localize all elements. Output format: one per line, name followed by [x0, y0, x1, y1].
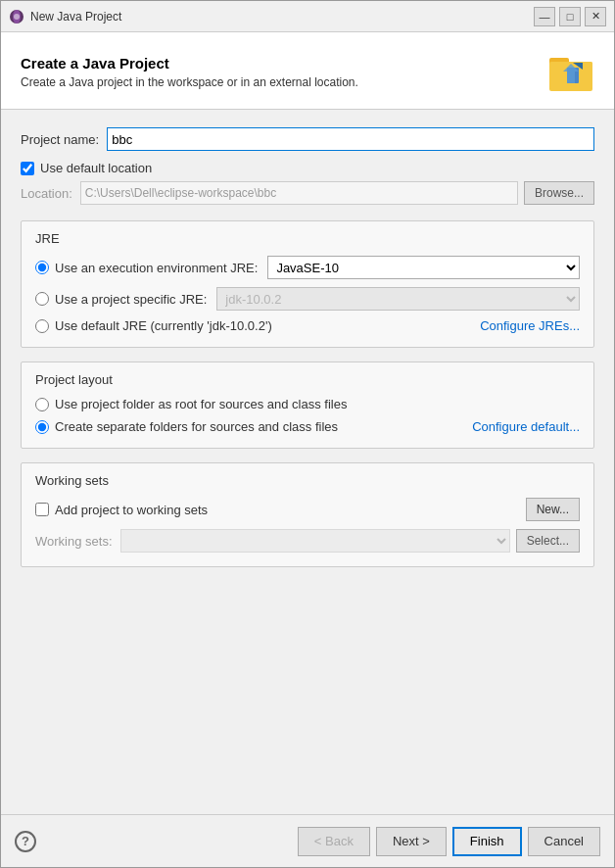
jre-section-title: JRE [35, 231, 580, 246]
svg-point-2 [14, 14, 20, 20]
maximize-button[interactable]: □ [559, 7, 581, 26]
jre-project-specific-radio[interactable] [35, 292, 49, 306]
new-java-project-window: New Java Project — □ ✕ Create a Java Pro… [0, 0, 615, 868]
layout-separate-left: Create separate folders for sources and … [35, 419, 338, 434]
jre-project-select[interactable]: jdk-10.0.2 [216, 287, 580, 311]
close-button[interactable]: ✕ [585, 7, 606, 26]
working-sets-label: Working sets: [35, 534, 113, 549]
use-default-location-label[interactable]: Use default location [40, 161, 152, 175]
next-button[interactable]: Next > [376, 827, 447, 856]
working-sets-select[interactable] [120, 529, 510, 553]
dialog-header: Create a Java Project Create a Java proj… [1, 32, 614, 110]
layout-project-folder-label: Use project folder as root for sources a… [55, 397, 347, 411]
dialog-footer: ? < Back Next > Finish Cancel [1, 814, 614, 867]
dialog-title: Create a Java Project [21, 55, 358, 72]
project-layout-title: Project layout [35, 372, 580, 387]
jre-exec-select-wrapper: JavaSE-10 JavaSE-11 JavaSE-8 [267, 256, 580, 279]
project-name-row: Project name: [21, 127, 594, 151]
project-name-label: Project name: [21, 132, 99, 147]
header-text: Create a Java Project Create a Java proj… [21, 55, 358, 89]
project-name-input[interactable] [107, 127, 594, 151]
new-working-set-button[interactable]: New... [526, 498, 580, 521]
jre-option-2-row: Use a project specific JRE: jdk-10.0.2 [35, 287, 580, 311]
jre-section: JRE Use an execution environment JRE: Ja… [21, 220, 594, 348]
add-to-working-sets-label[interactable]: Add project to working sets [55, 503, 208, 517]
minimize-button[interactable]: — [534, 7, 555, 26]
jre-default-radio[interactable] [35, 319, 49, 333]
working-sets-section: Working sets Add project to working sets… [21, 462, 594, 567]
location-input[interactable] [80, 181, 518, 205]
browse-button[interactable]: Browse... [524, 181, 594, 205]
cancel-button[interactable]: Cancel [528, 827, 600, 856]
jre-default-label: Use default JRE (currently 'jdk-10.0.2') [55, 318, 272, 333]
jre-option-1-row: Use an execution environment JRE: JavaSE… [35, 256, 580, 279]
layout-separate-folders-label: Create separate folders for sources and … [55, 419, 338, 434]
jre-project-select-wrapper: jdk-10.0.2 [216, 287, 580, 311]
eclipse-icon [9, 9, 24, 24]
layout-option-1-row: Use project folder as root for sources a… [35, 397, 580, 411]
configure-jres-link[interactable]: Configure JREs... [480, 318, 580, 333]
footer-buttons: < Back Next > Finish Cancel [298, 827, 600, 856]
project-layout-section: Project layout Use project folder as roo… [21, 362, 594, 449]
layout-option-2-row: Create separate folders for sources and … [35, 419, 580, 434]
help-icon-button[interactable]: ? [15, 831, 36, 852]
title-bar: New Java Project — □ ✕ [1, 1, 614, 32]
jre-exec-select[interactable]: JavaSE-10 JavaSE-11 JavaSE-8 [267, 256, 580, 279]
title-bar-left: New Java Project [9, 9, 121, 24]
working-sets-input-row: Working sets: Select... [35, 529, 580, 553]
add-to-working-sets-row: Add project to working sets [35, 503, 208, 517]
use-default-location-row: Use default location [21, 161, 594, 175]
select-working-set-button[interactable]: Select... [516, 529, 580, 553]
back-button[interactable]: < Back [298, 827, 370, 856]
jre-option-3-row: Use default JRE (currently 'jdk-10.0.2')… [35, 318, 580, 333]
finish-button[interactable]: Finish [452, 827, 522, 856]
footer-left: ? [15, 831, 36, 852]
layout-project-folder-radio[interactable] [35, 398, 49, 411]
jre-default-left: Use default JRE (currently 'jdk-10.0.2') [35, 318, 272, 333]
working-sets-title: Working sets [35, 473, 580, 488]
folder-icon [547, 48, 594, 95]
dialog-description: Create a Java project in the workspace o… [21, 75, 358, 89]
location-row: Location: Browse... [21, 181, 594, 205]
jre-execution-env-radio[interactable] [35, 261, 49, 274]
jre-project-specific-label: Use a project specific JRE: [55, 292, 207, 307]
dialog-content: Project name: Use default location Locat… [1, 110, 614, 814]
add-to-working-sets-checkbox[interactable] [35, 503, 49, 516]
location-label: Location: [21, 186, 72, 201]
jre-execution-env-label: Use an execution environment JRE: [55, 261, 258, 275]
layout-separate-folders-radio[interactable] [35, 420, 49, 434]
configure-default-link[interactable]: Configure default... [472, 419, 580, 434]
use-default-location-checkbox[interactable] [21, 162, 34, 175]
title-bar-title: New Java Project [30, 10, 121, 24]
title-bar-controls: — □ ✕ [534, 7, 606, 26]
working-sets-add-row: Add project to working sets New... [35, 498, 580, 521]
